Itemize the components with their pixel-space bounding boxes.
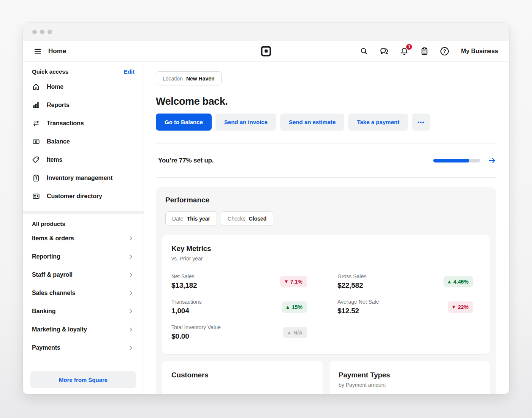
chevron-right-icon <box>127 326 135 333</box>
divider <box>156 177 496 178</box>
change-badge-neutral: ▲ N/A <box>283 327 307 338</box>
chevron-right-icon <box>127 308 135 315</box>
key-metrics-card: Key Metrics vs. Prior year Net Sales $13… <box>162 235 490 354</box>
help-icon[interactable]: ? <box>439 46 450 57</box>
take-payment-button[interactable]: Take a payment <box>348 114 408 131</box>
key-metrics-title: Key Metrics <box>171 244 481 253</box>
quick-actions: Go to Balance Send an invoice Send an es… <box>156 114 496 131</box>
date-filter[interactable]: Date This year <box>165 211 217 226</box>
payment-types-subtitle: by Payment amount <box>339 382 481 388</box>
checks-filter[interactable]: Checks Closed <box>221 211 273 226</box>
notification-badge: 1 <box>405 43 413 50</box>
welcome-heading: Welcome back. <box>156 96 496 107</box>
clipboard-list-icon <box>32 174 40 182</box>
chevron-right-icon <box>127 289 135 297</box>
metric-total-inventory-value: Total Inventory Value $0.00 ▲ N/A <box>171 324 315 341</box>
change-badge-negative: ▼ 7.1% <box>280 276 307 287</box>
sidebar-item-sales-channels[interactable]: Sales channels <box>32 284 135 302</box>
location-selector[interactable]: Location New Haven <box>156 71 222 85</box>
metric-net-sales: Net Sales $13,182 ▼ 7.1% <box>171 273 315 290</box>
sidebar-item-marketing-loyalty[interactable]: Marketing & loyalty <box>32 320 135 339</box>
triangle-up-icon: ▲ <box>286 305 289 309</box>
chevron-right-icon <box>127 344 135 352</box>
all-products-title: All products <box>32 221 135 227</box>
triangle-down-icon: ▼ <box>452 305 455 309</box>
sidebar-item-items-orders[interactable]: Items & orders <box>32 229 135 248</box>
sidebar-item-staff-payroll[interactable]: Staff & payroll <box>32 266 135 284</box>
change-badge-negative: ▼ 22% <box>448 301 473 313</box>
setup-progress-text: You’re 77% set up. <box>158 157 214 164</box>
triangle-up-icon: ▲ <box>448 279 451 284</box>
sidebar-item-inventory-management[interactable]: Inventory management <box>32 169 135 187</box>
main-content: Location New Haven Welcome back. Go to B… <box>144 62 509 394</box>
chevron-right-icon <box>127 253 135 260</box>
sidebar-item-items[interactable]: Items <box>32 151 135 169</box>
menu-icon[interactable] <box>32 46 43 57</box>
sidebar-item-reports[interactable]: Reports <box>32 96 135 114</box>
window-dot-icon <box>48 30 52 34</box>
window-dot-icon <box>32 30 37 34</box>
metric-average-net-sale: Average Net Sale $12.52 ▼ 22% <box>337 299 481 315</box>
sidebar-divider <box>23 211 144 214</box>
more-actions-button[interactable]: ••• <box>412 114 430 131</box>
performance-title: Performance <box>165 196 490 204</box>
id-card-icon <box>32 192 40 200</box>
account-menu[interactable]: My Business <box>461 48 498 55</box>
arrow-right-icon[interactable] <box>487 156 496 165</box>
triangle-down-icon: ▼ <box>285 279 288 284</box>
customers-card: Customers <box>162 361 323 394</box>
window-dot-icon <box>40 30 44 34</box>
customers-title: Customers <box>171 371 314 379</box>
change-badge-positive: ▲ 15% <box>282 301 307 313</box>
metric-transactions: Transactions 1,004 ▲ 15% <box>171 299 315 315</box>
setup-progress-row: You’re 77% set up. <box>156 144 496 177</box>
metric-gross-sales: Gross Sales $22,582 ▲ 4.46% <box>337 273 481 290</box>
sidebar-item-banking[interactable]: Banking <box>32 302 135 320</box>
go-to-balance-button[interactable]: Go to Balance <box>156 114 212 131</box>
bar-chart-icon <box>32 101 40 109</box>
performance-section: Performance Date This year Checks Closed… <box>156 187 496 394</box>
page-title: Home <box>48 47 66 55</box>
sidebar-item-payments[interactable]: Payments <box>32 339 135 357</box>
home-icon <box>32 83 40 91</box>
chevron-right-icon <box>127 235 135 242</box>
send-estimate-button[interactable]: Send an estimate <box>280 114 344 131</box>
change-badge-positive: ▲ 4.46% <box>443 276 473 287</box>
top-navbar: Home 1 ? My Business <box>23 41 509 62</box>
setup-progress-bar <box>433 159 480 162</box>
transfer-arrows-icon <box>32 119 40 128</box>
edit-quick-access-button[interactable]: Edit <box>124 68 135 75</box>
window-titlebar <box>23 23 509 41</box>
payment-types-title: Payment Types <box>339 371 481 379</box>
sidebar-item-balance[interactable]: Balance <box>32 132 135 151</box>
sidebar-item-customer-directory[interactable]: Customer directory <box>32 187 135 205</box>
triangle-up-icon: ▲ <box>288 330 291 334</box>
setup-progress-fill <box>433 159 469 162</box>
sidebar-item-transactions[interactable]: Transactions <box>32 114 135 132</box>
notifications-bell-icon[interactable]: 1 <box>399 46 410 57</box>
chevron-right-icon <box>127 271 135 279</box>
sidebar: Quick access Edit Home Reports Transacti… <box>23 62 144 394</box>
send-invoice-button[interactable]: Send an invoice <box>215 114 276 131</box>
more-from-square-button[interactable]: More from Square <box>30 371 136 388</box>
banknote-icon <box>32 137 40 146</box>
quick-access-title: Quick access <box>32 68 68 75</box>
orders-clipboard-icon[interactable] <box>419 46 430 57</box>
sidebar-item-reporting[interactable]: Reporting <box>32 248 135 266</box>
app-window: Home 1 ? My Business <box>23 23 509 394</box>
sidebar-item-home[interactable]: Home <box>32 78 135 96</box>
payment-types-card: Payment Types by Payment amount <box>329 361 490 394</box>
key-metrics-subtitle: vs. Prior year <box>171 256 481 262</box>
square-logo-icon <box>261 46 271 56</box>
search-icon[interactable] <box>359 46 369 57</box>
messages-icon[interactable] <box>379 46 390 57</box>
tag-icon <box>32 156 40 164</box>
